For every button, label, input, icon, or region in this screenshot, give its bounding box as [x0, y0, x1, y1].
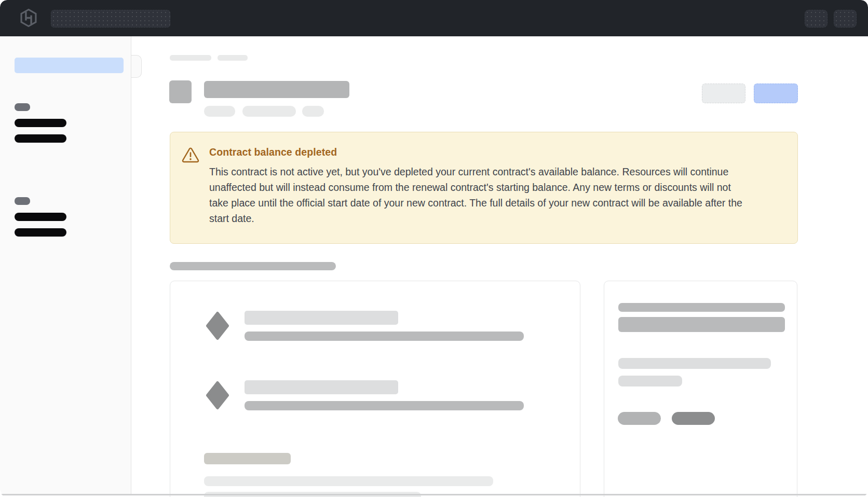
search-input[interactable] — [51, 10, 170, 27]
tag-pill-skeleton — [204, 106, 235, 117]
nav-icon-button-placeholder[interactable] — [805, 10, 828, 27]
diamond-icon — [206, 381, 229, 410]
tag-pill-skeleton — [302, 106, 324, 117]
warning-alert: Contract balance depleted This contract … — [170, 132, 798, 244]
diamond-icon — [206, 311, 229, 340]
primary-button-placeholder[interactable] — [754, 84, 798, 103]
app-window: Contract balance depleted This contract … — [0, 0, 868, 497]
summary-line-skeleton — [618, 376, 682, 386]
card-button-placeholder[interactable] — [672, 412, 715, 425]
window-frame: Contract balance depleted This contract … — [0, 0, 868, 497]
summary-line-skeleton — [618, 303, 785, 312]
hashicorp-logo-icon[interactable] — [19, 8, 38, 27]
summary-line-skeleton — [618, 317, 785, 332]
sidebar-group-label-skeleton — [15, 103, 30, 111]
page-icon-placeholder — [169, 80, 192, 103]
nav-icon-button-placeholder[interactable] — [834, 10, 857, 27]
row-subtitle-skeleton — [245, 401, 524, 410]
label-pill-skeleton — [204, 453, 291, 464]
window-bottom-edge — [0, 494, 868, 495]
breadcrumb-item-skeleton[interactable] — [170, 55, 211, 61]
summary-line-skeleton — [618, 358, 771, 369]
sidebar-link-skeleton[interactable] — [15, 213, 66, 221]
page-title-placeholder — [204, 81, 349, 98]
tag-pill-skeleton — [242, 106, 296, 117]
top-nav — [0, 0, 868, 36]
sidebar-active-item[interactable] — [15, 58, 124, 73]
text-line-skeleton — [204, 476, 493, 486]
sidebar-link-skeleton[interactable] — [15, 134, 66, 143]
sidebar — [0, 36, 131, 495]
row-title-skeleton — [245, 380, 398, 394]
alert-title: Contract balance depleted — [209, 146, 337, 158]
summary-card — [604, 281, 797, 497]
card-button-placeholder[interactable] — [618, 412, 661, 425]
sidebar-link-skeleton[interactable] — [15, 228, 66, 237]
secondary-button-placeholder[interactable] — [702, 84, 745, 103]
sidebar-group-label-skeleton — [15, 197, 30, 205]
sidebar-link-skeleton[interactable] — [15, 119, 66, 127]
sidebar-collapse-handle[interactable] — [131, 55, 142, 78]
alert-body: This contract is not active yet, but you… — [209, 164, 752, 226]
section-title-placeholder — [170, 262, 336, 270]
breadcrumb-item-skeleton[interactable] — [218, 55, 248, 61]
row-title-skeleton — [245, 311, 398, 325]
detail-card — [170, 281, 580, 497]
row-subtitle-skeleton — [245, 332, 524, 341]
warning-triangle-icon — [182, 147, 199, 163]
